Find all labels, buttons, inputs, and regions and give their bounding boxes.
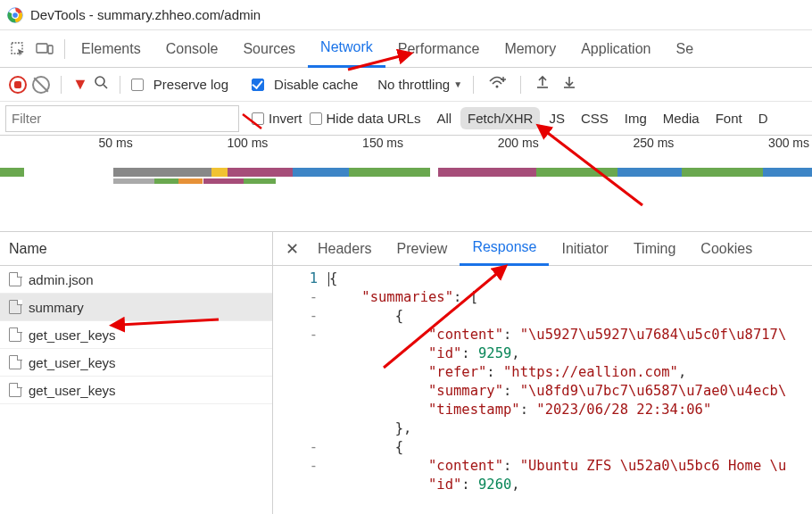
tab-performance[interactable]: Performance bbox=[385, 30, 493, 68]
file-icon bbox=[9, 327, 21, 342]
disable-cache-checkbox[interactable] bbox=[252, 79, 264, 91]
request-row[interactable]: get_user_keys bbox=[0, 349, 272, 377]
svg-point-6 bbox=[95, 77, 104, 86]
preserve-log-checkbox[interactable] bbox=[131, 79, 144, 91]
code-line[interactable]: "content": "\u5927\u5927\u7684\u5c0f\u87… bbox=[328, 326, 812, 344]
preserve-log-label: Preserve log bbox=[153, 77, 228, 92]
detail-tab-preview[interactable]: Preview bbox=[384, 232, 460, 266]
request-row[interactable]: admin.json bbox=[0, 266, 272, 294]
code-line[interactable]: "content": "Ubuntu ZFS \u52a0\u5bc6 Home… bbox=[328, 457, 812, 476]
file-icon bbox=[9, 300, 21, 314]
inspect-icon[interactable] bbox=[7, 41, 29, 57]
line-number: 1 bbox=[273, 269, 318, 288]
tab-memory[interactable]: Memory bbox=[492, 30, 568, 68]
filter-chip-fetchxhr[interactable]: Fetch/XHR bbox=[460, 107, 540, 129]
line-number bbox=[273, 476, 318, 494]
disable-cache-label: Disable cache bbox=[274, 77, 358, 92]
filter-chip-js[interactable]: JS bbox=[542, 107, 572, 129]
filter-chip-media[interactable]: Media bbox=[656, 107, 707, 129]
response-body[interactable]: 1 - - - - - { "summaries": [ { "content"… bbox=[273, 266, 812, 514]
timeline-tick: 200 ms bbox=[406, 136, 542, 157]
invert-checkbox[interactable] bbox=[252, 112, 264, 125]
record-button[interactable] bbox=[9, 76, 27, 94]
detail-tab-cookies[interactable]: Cookies bbox=[688, 232, 765, 266]
request-name: get_user_keys bbox=[29, 355, 116, 370]
network-conditions-icon[interactable] bbox=[488, 75, 506, 94]
svg-point-8 bbox=[496, 86, 499, 88]
timeline-tick: 50 ms bbox=[0, 136, 136, 157]
svg-point-2 bbox=[12, 12, 19, 18]
close-detail-button[interactable]: ✕ bbox=[278, 239, 305, 259]
search-icon[interactable] bbox=[94, 75, 109, 95]
tab-se[interactable]: Se bbox=[663, 30, 706, 68]
clear-button[interactable] bbox=[32, 76, 50, 94]
timeline-tick: 250 ms bbox=[542, 136, 677, 157]
hide-data-urls-label: Hide data URLs bbox=[327, 111, 421, 126]
tab-sources[interactable]: Sources bbox=[230, 30, 308, 68]
name-column-header[interactable]: Name bbox=[0, 232, 272, 266]
filter-chip-css[interactable]: CSS bbox=[574, 107, 616, 129]
filter-bar: Invert Hide data URLs AllFetch/XHRJSCSSI… bbox=[0, 102, 812, 136]
svg-rect-5 bbox=[48, 46, 53, 54]
main-tab-bar: ElementsConsoleSourcesNetworkPerformance… bbox=[0, 30, 812, 68]
detail-tab-response[interactable]: Response bbox=[460, 232, 549, 266]
export-har-icon[interactable] bbox=[562, 75, 576, 94]
request-row[interactable]: get_user_keys bbox=[0, 321, 272, 349]
request-name: get_user_keys bbox=[29, 327, 116, 343]
line-number bbox=[273, 401, 318, 419]
hide-data-urls-checkbox[interactable] bbox=[310, 112, 322, 125]
import-har-icon[interactable] bbox=[535, 75, 550, 94]
title-bar: DevTools - summary.zhheo.com/admin bbox=[0, 0, 812, 30]
filter-chip-all[interactable]: All bbox=[429, 107, 459, 129]
code-line[interactable]: "id": 9260, bbox=[328, 476, 812, 494]
detail-tab-timing[interactable]: Timing bbox=[621, 232, 688, 266]
code-line[interactable]: { bbox=[328, 438, 812, 457]
request-name: summary bbox=[29, 300, 84, 315]
code-line[interactable]: { bbox=[328, 307, 812, 326]
timeline-tick: 150 ms bbox=[270, 136, 406, 157]
window-title: DevTools - summary.zhheo.com/admin bbox=[30, 7, 261, 22]
filter-toggle-icon[interactable]: ▼ bbox=[72, 75, 88, 94]
svg-line-7 bbox=[104, 85, 107, 88]
line-number: - bbox=[273, 307, 318, 326]
tab-network[interactable]: Network bbox=[308, 30, 385, 68]
device-icon[interactable] bbox=[34, 42, 55, 56]
timeline-tick: 100 ms bbox=[136, 136, 271, 157]
filter-chip-d[interactable]: D bbox=[751, 107, 775, 129]
code-line[interactable]: "id": 9259, bbox=[328, 344, 812, 363]
line-number bbox=[273, 363, 318, 382]
request-row[interactable]: get_user_keys bbox=[0, 377, 272, 404]
invert-label: Invert bbox=[269, 111, 302, 126]
timeline-tick: 300 ms bbox=[676, 136, 812, 157]
detail-tab-headers[interactable]: Headers bbox=[305, 232, 384, 266]
line-number: - bbox=[273, 457, 318, 476]
request-detail-pane: ✕ HeadersPreviewResponseInitiatorTimingC… bbox=[273, 232, 812, 514]
timeline-overview[interactable]: 50 ms100 ms150 ms200 ms250 ms300 ms bbox=[0, 136, 812, 232]
code-line[interactable]: }, bbox=[328, 419, 812, 438]
tab-console[interactable]: Console bbox=[153, 30, 231, 68]
request-row[interactable]: summary bbox=[0, 294, 272, 321]
code-line[interactable]: { bbox=[328, 269, 812, 288]
filter-chip-img[interactable]: Img bbox=[617, 107, 654, 129]
code-line[interactable]: "refer": "https://eallion.com", bbox=[328, 363, 812, 382]
tab-elements[interactable]: Elements bbox=[69, 30, 153, 68]
detail-tab-bar: ✕ HeadersPreviewResponseInitiatorTimingC… bbox=[273, 232, 812, 266]
code-line[interactable]: "timestamp": "2023/06/28 22:34:06" bbox=[328, 401, 812, 419]
tab-application[interactable]: Application bbox=[568, 30, 663, 68]
chrome-icon bbox=[7, 7, 23, 23]
throttling-select[interactable]: No throttling ▼ bbox=[377, 77, 462, 92]
file-icon bbox=[9, 383, 21, 397]
request-name: get_user_keys bbox=[29, 383, 116, 398]
line-number: - bbox=[273, 326, 318, 344]
line-number: - bbox=[273, 288, 318, 307]
code-line[interactable]: "summaries": [ bbox=[328, 288, 812, 307]
detail-tab-initiator[interactable]: Initiator bbox=[549, 232, 620, 266]
line-number: - bbox=[273, 438, 318, 457]
requests-table: Name admin.jsonsummaryget_user_keysget_u… bbox=[0, 232, 273, 514]
filter-chip-font[interactable]: Font bbox=[708, 107, 750, 129]
line-number bbox=[273, 419, 318, 438]
file-icon bbox=[9, 355, 21, 369]
code-line[interactable]: "summary": "\u8fd9\u7bc7\u6587\u7ae0\u4e… bbox=[328, 382, 812, 401]
filter-input[interactable] bbox=[5, 105, 239, 132]
network-toolbar: ▼ Preserve log Disable cache No throttli… bbox=[0, 68, 812, 102]
